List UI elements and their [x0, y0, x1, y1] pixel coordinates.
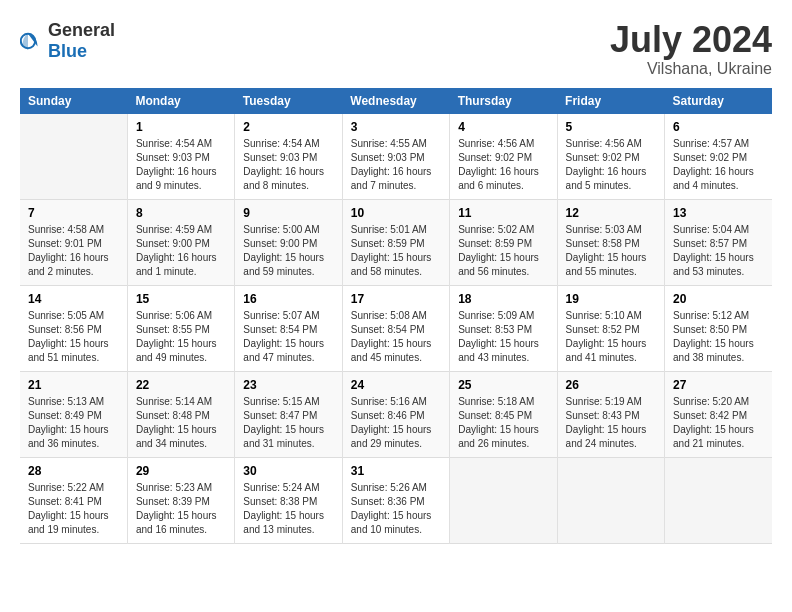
day-number: 15 [136, 292, 226, 306]
day-number: 1 [136, 120, 226, 134]
day-number: 23 [243, 378, 333, 392]
day-info: Sunrise: 5:16 AM Sunset: 8:46 PM Dayligh… [351, 395, 441, 451]
calendar-cell: 14 Sunrise: 5:05 AM Sunset: 8:56 PM Dayl… [20, 285, 127, 371]
day-number: 31 [351, 464, 441, 478]
day-number: 14 [28, 292, 119, 306]
calendar-week-row: 21 Sunrise: 5:13 AM Sunset: 8:49 PM Dayl… [20, 371, 772, 457]
day-info: Sunrise: 5:18 AM Sunset: 8:45 PM Dayligh… [458, 395, 548, 451]
day-info: Sunrise: 4:55 AM Sunset: 9:03 PM Dayligh… [351, 137, 441, 193]
day-info: Sunrise: 5:20 AM Sunset: 8:42 PM Dayligh… [673, 395, 764, 451]
day-info: Sunrise: 5:05 AM Sunset: 8:56 PM Dayligh… [28, 309, 119, 365]
day-info: Sunrise: 5:00 AM Sunset: 9:00 PM Dayligh… [243, 223, 333, 279]
day-number: 20 [673, 292, 764, 306]
calendar-cell: 10 Sunrise: 5:01 AM Sunset: 8:59 PM Dayl… [342, 199, 449, 285]
day-info: Sunrise: 5:19 AM Sunset: 8:43 PM Dayligh… [566, 395, 656, 451]
day-info: Sunrise: 4:58 AM Sunset: 9:01 PM Dayligh… [28, 223, 119, 279]
calendar-cell [450, 457, 557, 543]
day-info: Sunrise: 4:54 AM Sunset: 9:03 PM Dayligh… [243, 137, 333, 193]
day-number: 4 [458, 120, 548, 134]
calendar-cell [557, 457, 664, 543]
day-info: Sunrise: 5:13 AM Sunset: 8:49 PM Dayligh… [28, 395, 119, 451]
day-info: Sunrise: 4:56 AM Sunset: 9:02 PM Dayligh… [566, 137, 656, 193]
weekday-header-row: SundayMondayTuesdayWednesdayThursdayFrid… [20, 88, 772, 114]
day-info: Sunrise: 5:09 AM Sunset: 8:53 PM Dayligh… [458, 309, 548, 365]
day-number: 22 [136, 378, 226, 392]
day-info: Sunrise: 5:14 AM Sunset: 8:48 PM Dayligh… [136, 395, 226, 451]
calendar-week-row: 1 Sunrise: 4:54 AM Sunset: 9:03 PM Dayli… [20, 114, 772, 200]
weekday-header-cell: Monday [127, 88, 234, 114]
calendar-cell: 1 Sunrise: 4:54 AM Sunset: 9:03 PM Dayli… [127, 114, 234, 200]
weekday-header-cell: Sunday [20, 88, 127, 114]
calendar-cell: 18 Sunrise: 5:09 AM Sunset: 8:53 PM Dayl… [450, 285, 557, 371]
calendar-cell: 2 Sunrise: 4:54 AM Sunset: 9:03 PM Dayli… [235, 114, 342, 200]
day-info: Sunrise: 4:56 AM Sunset: 9:02 PM Dayligh… [458, 137, 548, 193]
calendar-cell: 4 Sunrise: 4:56 AM Sunset: 9:02 PM Dayli… [450, 114, 557, 200]
logo-icon [20, 29, 44, 53]
day-number: 28 [28, 464, 119, 478]
day-info: Sunrise: 5:01 AM Sunset: 8:59 PM Dayligh… [351, 223, 441, 279]
day-number: 19 [566, 292, 656, 306]
day-number: 9 [243, 206, 333, 220]
day-number: 16 [243, 292, 333, 306]
calendar-cell: 21 Sunrise: 5:13 AM Sunset: 8:49 PM Dayl… [20, 371, 127, 457]
day-number: 11 [458, 206, 548, 220]
calendar-cell: 20 Sunrise: 5:12 AM Sunset: 8:50 PM Dayl… [665, 285, 772, 371]
calendar-cell: 19 Sunrise: 5:10 AM Sunset: 8:52 PM Dayl… [557, 285, 664, 371]
day-number: 25 [458, 378, 548, 392]
weekday-header-cell: Saturday [665, 88, 772, 114]
day-info: Sunrise: 5:06 AM Sunset: 8:55 PM Dayligh… [136, 309, 226, 365]
header: General Blue July 2024 Vilshana, Ukraine [20, 20, 772, 78]
day-info: Sunrise: 5:23 AM Sunset: 8:39 PM Dayligh… [136, 481, 226, 537]
logo-text: General Blue [48, 20, 115, 62]
calendar-cell: 9 Sunrise: 5:00 AM Sunset: 9:00 PM Dayli… [235, 199, 342, 285]
calendar-cell: 23 Sunrise: 5:15 AM Sunset: 8:47 PM Dayl… [235, 371, 342, 457]
day-number: 30 [243, 464, 333, 478]
day-info: Sunrise: 5:12 AM Sunset: 8:50 PM Dayligh… [673, 309, 764, 365]
calendar-body: 1 Sunrise: 4:54 AM Sunset: 9:03 PM Dayli… [20, 114, 772, 544]
weekday-header-cell: Tuesday [235, 88, 342, 114]
day-number: 7 [28, 206, 119, 220]
day-info: Sunrise: 5:10 AM Sunset: 8:52 PM Dayligh… [566, 309, 656, 365]
calendar-cell: 24 Sunrise: 5:16 AM Sunset: 8:46 PM Dayl… [342, 371, 449, 457]
calendar-cell: 28 Sunrise: 5:22 AM Sunset: 8:41 PM Dayl… [20, 457, 127, 543]
calendar-cell: 22 Sunrise: 5:14 AM Sunset: 8:48 PM Dayl… [127, 371, 234, 457]
calendar-cell: 13 Sunrise: 5:04 AM Sunset: 8:57 PM Dayl… [665, 199, 772, 285]
day-info: Sunrise: 5:26 AM Sunset: 8:36 PM Dayligh… [351, 481, 441, 537]
day-number: 10 [351, 206, 441, 220]
calendar-cell: 16 Sunrise: 5:07 AM Sunset: 8:54 PM Dayl… [235, 285, 342, 371]
day-number: 13 [673, 206, 764, 220]
day-number: 8 [136, 206, 226, 220]
day-number: 26 [566, 378, 656, 392]
calendar-cell: 27 Sunrise: 5:20 AM Sunset: 8:42 PM Dayl… [665, 371, 772, 457]
day-number: 24 [351, 378, 441, 392]
calendar-cell: 12 Sunrise: 5:03 AM Sunset: 8:58 PM Dayl… [557, 199, 664, 285]
calendar-cell: 25 Sunrise: 5:18 AM Sunset: 8:45 PM Dayl… [450, 371, 557, 457]
weekday-header-cell: Friday [557, 88, 664, 114]
day-info: Sunrise: 5:15 AM Sunset: 8:47 PM Dayligh… [243, 395, 333, 451]
day-number: 17 [351, 292, 441, 306]
calendar-week-row: 14 Sunrise: 5:05 AM Sunset: 8:56 PM Dayl… [20, 285, 772, 371]
title-area: July 2024 Vilshana, Ukraine [610, 20, 772, 78]
location-title: Vilshana, Ukraine [610, 60, 772, 78]
calendar-week-row: 7 Sunrise: 4:58 AM Sunset: 9:01 PM Dayli… [20, 199, 772, 285]
day-info: Sunrise: 5:02 AM Sunset: 8:59 PM Dayligh… [458, 223, 548, 279]
calendar-cell: 6 Sunrise: 4:57 AM Sunset: 9:02 PM Dayli… [665, 114, 772, 200]
day-info: Sunrise: 4:54 AM Sunset: 9:03 PM Dayligh… [136, 137, 226, 193]
logo: General Blue [20, 20, 115, 62]
calendar-cell [20, 114, 127, 200]
calendar-cell: 5 Sunrise: 4:56 AM Sunset: 9:02 PM Dayli… [557, 114, 664, 200]
weekday-header-cell: Wednesday [342, 88, 449, 114]
calendar-cell: 30 Sunrise: 5:24 AM Sunset: 8:38 PM Dayl… [235, 457, 342, 543]
day-number: 18 [458, 292, 548, 306]
calendar-cell: 8 Sunrise: 4:59 AM Sunset: 9:00 PM Dayli… [127, 199, 234, 285]
calendar-cell: 17 Sunrise: 5:08 AM Sunset: 8:54 PM Dayl… [342, 285, 449, 371]
day-info: Sunrise: 5:22 AM Sunset: 8:41 PM Dayligh… [28, 481, 119, 537]
day-info: Sunrise: 4:59 AM Sunset: 9:00 PM Dayligh… [136, 223, 226, 279]
weekday-header-cell: Thursday [450, 88, 557, 114]
day-number: 12 [566, 206, 656, 220]
day-number: 2 [243, 120, 333, 134]
day-info: Sunrise: 5:04 AM Sunset: 8:57 PM Dayligh… [673, 223, 764, 279]
calendar-cell: 7 Sunrise: 4:58 AM Sunset: 9:01 PM Dayli… [20, 199, 127, 285]
day-info: Sunrise: 5:08 AM Sunset: 8:54 PM Dayligh… [351, 309, 441, 365]
day-number: 27 [673, 378, 764, 392]
